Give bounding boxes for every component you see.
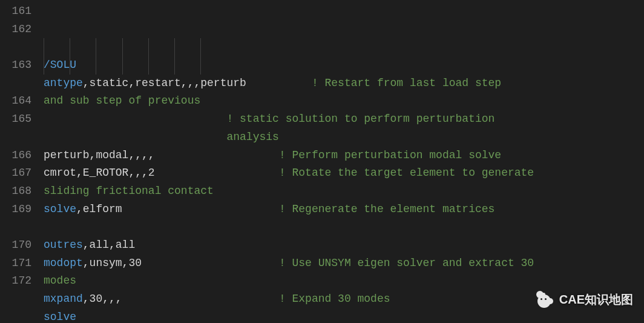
token-plain [44,113,226,125]
token-comment: ! Regenerate the element matrices [279,203,494,215]
watermark-text: CAE知识地图 [559,290,633,310]
token-plain: ,unsym,30 [83,257,279,269]
code-line[interactable]: /SOLU [44,56,644,75]
code-line[interactable]: analysis [44,128,644,147]
line-number: 162 [0,21,31,39]
token-keyword: solve [44,311,76,323]
code-line[interactable]: sliding frictional contact [44,182,644,201]
line-number: 171 [0,255,31,273]
token-plain: ,elform [76,203,279,215]
code-line[interactable] [44,218,644,236]
token-comment: ! static solution to perform perturbatio… [226,113,501,125]
code-line[interactable]: solve,elform ! Regenerate the element ma… [44,201,644,219]
line-number: 170 [0,236,31,255]
code-line[interactable]: and sub step of previous [44,92,644,110]
line-number: 165 [0,110,31,128]
line-number: 161 [0,2,31,21]
line-number-gutter: 161162.163.164165.166167168169.170171172 [0,2,44,323]
code-area[interactable]: /SOLUantype,static,restart,,,perturb ! R… [44,2,644,323]
line-number: 172 [0,272,31,290]
token-keyword: mxpand [44,293,83,305]
token-plain: cmrot,E_ROTOR,,,2 [44,167,279,179]
code-line[interactable]: solve [44,308,644,323]
code-line[interactable]: modopt,unsym,30 ! Use UNSYM eigen solver… [44,255,644,273]
token-keyword: modopt [44,257,83,269]
token-plain: ,static,restart,,,perturb [83,77,312,89]
token-comment: sliding frictional contact [44,185,214,197]
code-line[interactable]: cmrot,E_ROTOR,,,2 ! Rotate the target el… [44,164,644,182]
token-comment: modes [44,275,76,287]
token-plain: perturb,modal,,,, [44,149,279,161]
token-comment: and sub step of previous [44,95,200,107]
wechat-icon [536,291,554,309]
code-line[interactable]: outres,all,all [44,236,644,255]
code-line[interactable]: perturb,modal,,,, ! Perform perturbation… [44,147,644,165]
token-plain: ,all,all [83,239,135,251]
code-line[interactable]: antype,static,restart,,,perturb ! Restar… [44,75,644,93]
token-keyword: solve [44,203,76,215]
line-number: 169 [0,201,31,219]
token-comment: analysis [226,131,278,143]
token-comment: ! Restart from last load step [312,77,508,89]
line-number: 166 [0,147,31,165]
token-keyword: antype [44,77,83,89]
token-plain: ,30,,, [83,293,279,305]
code-line[interactable]: modes [44,272,644,290]
line-number: 164 [0,92,31,110]
code-editor[interactable]: 161162.163.164165.166167168169.170171172… [0,0,644,323]
line-number: 163 [0,56,31,75]
token-keyword: /SOLU [44,59,76,71]
token-comment: ! Expand 30 modes [279,293,390,305]
token-keyword: outres [44,239,83,251]
token-comment: ! Perform perturbation modal solve [279,149,501,161]
token-comment: ! Rotate the target element to generate [279,167,540,179]
watermark: CAE知识地图 [536,290,633,310]
line-number: 167 [0,164,31,182]
line-number: 168 [0,182,31,201]
token-comment: ! Use UNSYM eigen solver and extract 30 [279,257,540,269]
token-plain [44,131,226,143]
code-line[interactable]: ! static solution to perform perturbatio… [44,110,644,128]
